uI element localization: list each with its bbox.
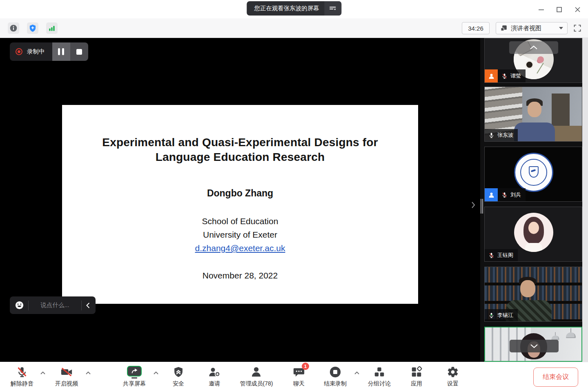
chat-button[interactable]: 1 聊天	[293, 365, 305, 388]
participants-scrollbar[interactable]	[582, 38, 588, 362]
start-video-label: 开启视频	[55, 380, 78, 388]
recording-label: 录制中	[27, 48, 45, 56]
slide-affiliation-1: School of Education	[62, 216, 418, 226]
security-encryption-button[interactable]	[27, 22, 38, 34]
settings-label: 设置	[447, 380, 459, 388]
panel-resize-handle[interactable]	[480, 199, 484, 214]
university-logo-avatar	[514, 153, 553, 192]
audio-options-button[interactable]	[40, 371, 46, 375]
participant-tile-active-speaker[interactable]	[484, 327, 582, 362]
participant-role-badge	[485, 188, 498, 201]
view-mode-button[interactable]: 演讲者视图	[496, 22, 568, 34]
participant-name: 谭莹	[510, 72, 521, 80]
recording-options-button[interactable]	[354, 371, 360, 375]
window-close-button[interactable]	[572, 4, 582, 14]
participant-name-label: 刘兵	[498, 188, 526, 201]
chevron-left-icon	[86, 302, 90, 309]
stop-recording-button[interactable]	[70, 42, 88, 61]
scroll-participants-down-button[interactable]	[510, 340, 559, 352]
chat-unread-badge: 1	[302, 363, 309, 370]
mic-muted-icon	[488, 252, 494, 258]
mic-muted-icon	[16, 366, 28, 378]
network-quality-button[interactable]	[46, 22, 58, 34]
apps-grid-icon	[410, 366, 423, 378]
chevron-right-icon	[471, 201, 476, 209]
chevron-down-icon	[530, 344, 538, 348]
start-video-button[interactable]: 开启视频	[55, 365, 78, 388]
end-meeting-label: 结束会议	[543, 373, 569, 381]
participant-name-label: 谭莹	[498, 69, 526, 82]
mic-on-icon	[488, 132, 494, 138]
window-maximize-button[interactable]	[554, 4, 564, 14]
participant-name: 李锡江	[497, 312, 513, 319]
window-titlebar: 您正在观看张东波的屏幕	[0, 0, 588, 18]
emoji-button[interactable]	[15, 301, 24, 310]
participant-name: 张东波	[497, 131, 513, 139]
share-screen-button[interactable]: 共享屏幕	[123, 365, 146, 388]
video-options-button[interactable]	[85, 371, 91, 375]
participant-tile-lixijiang[interactable]: 李锡江	[484, 267, 582, 322]
fullscreen-button[interactable]	[571, 22, 584, 34]
meeting-info-button[interactable]	[8, 22, 19, 34]
smiley-icon	[15, 301, 24, 310]
meeting-controls-toolbar: 解除静音 开启视频	[0, 362, 588, 392]
collapse-chat-bar-button[interactable]	[86, 302, 90, 309]
participant-name-label: 王钰阁	[485, 249, 518, 261]
scroll-participants-up-button[interactable]	[509, 41, 558, 54]
stop-recording-button[interactable]: 结束录制	[324, 365, 347, 388]
participant-role-badge	[485, 69, 498, 82]
gear-icon	[447, 366, 459, 378]
share-options-button[interactable]	[324, 1, 341, 16]
person-icon	[488, 192, 495, 198]
stop-recording-icon	[329, 366, 341, 378]
meeting-timer: 34:26	[462, 22, 490, 34]
security-button[interactable]: 安全	[173, 365, 184, 388]
recording-dot-icon	[16, 48, 22, 55]
mic-muted-icon	[501, 192, 508, 198]
list-options-icon	[329, 6, 336, 11]
slide-affiliation-2: University of Exeter	[62, 230, 418, 240]
apps-button[interactable]: 应用	[410, 365, 423, 388]
chevron-down-icon	[559, 27, 563, 29]
slide-author: Dongbo Zhang	[62, 188, 418, 199]
view-mode-label: 演讲者视图	[511, 24, 541, 32]
slide-date: November 28, 2022	[62, 271, 418, 281]
camera-off-icon	[60, 366, 73, 378]
breakout-rooms-button[interactable]: 分组讨论	[368, 365, 391, 388]
participant-tile-tanying[interactable]: 谭莹	[484, 38, 582, 83]
divider	[28, 301, 29, 310]
share-options-caret-button[interactable]	[153, 371, 159, 375]
share-screen-icon	[127, 366, 142, 379]
expand-panel-button[interactable]	[469, 200, 478, 210]
end-meeting-button[interactable]: 结束会议	[533, 368, 578, 387]
share-screen-label: 共享屏幕	[123, 380, 146, 388]
participant-tile-zhangdongbo[interactable]: 张东波	[484, 87, 582, 142]
screen-share-banner: 您正在观看张东波的屏幕	[247, 1, 341, 16]
invite-person-icon	[208, 366, 220, 378]
presentation-slide: Experimental and Quasi-Experimental Desi…	[62, 105, 418, 304]
recording-status: 录制中	[10, 42, 52, 61]
apps-label: 应用	[411, 380, 422, 388]
participant-name: 刘兵	[510, 191, 521, 198]
participant-tile-wangyuge[interactable]: 王钰阁	[484, 207, 582, 262]
chat-input-placeholder: 说点什么...	[33, 301, 77, 309]
chevron-up-icon	[530, 45, 538, 50]
participants-panel: 谭莹 张东波	[480, 38, 588, 362]
pause-recording-button[interactable]	[52, 42, 70, 61]
breakout-rooms-label: 分组讨论	[368, 380, 391, 388]
window-minimize-button[interactable]	[536, 4, 546, 14]
participant-tile-liubing[interactable]: 刘兵	[484, 147, 582, 202]
divider	[81, 301, 82, 310]
quick-chat-bar[interactable]: 说点什么...	[10, 296, 96, 314]
manage-participants-button[interactable]: 管理成员(78)	[240, 365, 273, 388]
unmute-button[interactable]: 解除静音	[11, 365, 33, 388]
stop-recording-label: 结束录制	[324, 380, 347, 388]
slide-title: Experimental and Quasi-Experimental Desi…	[62, 135, 418, 165]
participants-icon	[250, 366, 263, 378]
participant-name: 王钰阁	[497, 252, 513, 259]
signal-bars-icon	[48, 24, 56, 32]
invite-button[interactable]: 邀请	[208, 365, 220, 388]
settings-button[interactable]: 设置	[447, 365, 459, 388]
speaker-view-icon	[500, 24, 508, 32]
meeting-timer-value: 34:26	[468, 25, 483, 32]
